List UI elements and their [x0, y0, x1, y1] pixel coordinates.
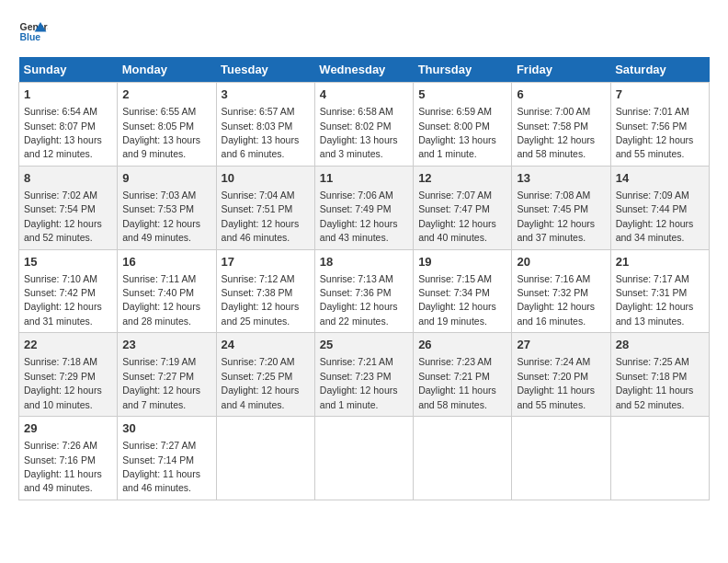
day-number: 18	[320, 254, 408, 270]
day-number: 11	[320, 170, 408, 187]
cell-content: Sunrise: 7:02 AMSunset: 7:54 PMDaylight:…	[24, 190, 102, 243]
calendar-week-row: 22Sunrise: 7:18 AMSunset: 7:29 PMDayligh…	[19, 333, 710, 417]
calendar-cell: 18Sunrise: 7:13 AMSunset: 7:36 PMDayligh…	[314, 249, 413, 333]
cell-content: Sunrise: 6:57 AMSunset: 8:03 PMDaylight:…	[222, 106, 300, 159]
calendar-cell: 21Sunrise: 7:17 AMSunset: 7:31 PMDayligh…	[610, 249, 709, 333]
day-number: 27	[517, 337, 605, 353]
calendar-cell: 9Sunrise: 7:03 AMSunset: 7:53 PMDaylight…	[118, 166, 216, 249]
cell-content: Sunrise: 7:20 AMSunset: 7:25 PMDaylight:…	[222, 356, 300, 409]
day-header-monday: Monday	[118, 57, 216, 83]
calendar-cell: 8Sunrise: 7:02 AMSunset: 7:54 PMDaylight…	[19, 166, 118, 249]
cell-content: Sunrise: 7:12 AMSunset: 7:38 PMDaylight:…	[222, 273, 300, 327]
day-number: 10	[222, 170, 310, 187]
day-header-sunday: Sunday	[19, 57, 118, 83]
calendar-cell: 27Sunrise: 7:24 AMSunset: 7:20 PMDayligh…	[512, 333, 610, 417]
calendar-cell	[610, 417, 709, 500]
calendar-cell: 12Sunrise: 7:07 AMSunset: 7:47 PMDayligh…	[414, 166, 512, 249]
calendar-cell: 24Sunrise: 7:20 AMSunset: 7:25 PMDayligh…	[216, 333, 314, 417]
cell-content: Sunrise: 6:54 AMSunset: 8:07 PMDaylight:…	[24, 106, 102, 159]
day-number: 21	[616, 254, 704, 270]
calendar-cell: 19Sunrise: 7:15 AMSunset: 7:34 PMDayligh…	[414, 249, 512, 333]
day-number: 19	[418, 254, 506, 270]
calendar-cell: 11Sunrise: 7:06 AMSunset: 7:49 PMDayligh…	[314, 166, 413, 249]
cell-content: Sunrise: 7:23 AMSunset: 7:21 PMDaylight:…	[418, 356, 496, 409]
day-header-tuesday: Tuesday	[216, 57, 314, 83]
calendar-week-row: 29Sunrise: 7:26 AMSunset: 7:16 PMDayligh…	[19, 417, 710, 500]
calendar-body: 1Sunrise: 6:54 AMSunset: 8:07 PMDaylight…	[19, 83, 710, 500]
day-number: 30	[122, 420, 210, 437]
cell-content: Sunrise: 7:09 AMSunset: 7:44 PMDaylight:…	[616, 190, 694, 243]
cell-content: Sunrise: 7:06 AMSunset: 7:49 PMDaylight:…	[320, 190, 398, 243]
day-number: 22	[24, 337, 112, 353]
day-number: 7	[616, 86, 704, 103]
calendar-cell: 6Sunrise: 7:00 AMSunset: 7:58 PMDaylight…	[512, 83, 610, 167]
cell-content: Sunrise: 6:59 AMSunset: 8:00 PMDaylight:…	[418, 106, 496, 159]
calendar-cell: 26Sunrise: 7:23 AMSunset: 7:21 PMDayligh…	[414, 333, 512, 417]
calendar-cell: 3Sunrise: 6:57 AMSunset: 8:03 PMDaylight…	[216, 83, 314, 167]
calendar-cell: 10Sunrise: 7:04 AMSunset: 7:51 PMDayligh…	[216, 166, 314, 249]
calendar-cell: 23Sunrise: 7:19 AMSunset: 7:27 PMDayligh…	[118, 333, 216, 417]
day-number: 16	[122, 254, 210, 270]
calendar-cell: 5Sunrise: 6:59 AMSunset: 8:00 PMDaylight…	[414, 83, 512, 167]
day-header-friday: Friday	[512, 57, 610, 83]
calendar-cell	[512, 417, 610, 500]
day-header-wednesday: Wednesday	[314, 57, 413, 83]
calendar-cell: 25Sunrise: 7:21 AMSunset: 7:23 PMDayligh…	[314, 333, 413, 417]
calendar-cell	[216, 417, 314, 500]
day-number: 29	[24, 420, 112, 437]
calendar-week-row: 8Sunrise: 7:02 AMSunset: 7:54 PMDaylight…	[19, 166, 710, 249]
calendar-cell: 4Sunrise: 6:58 AMSunset: 8:02 PMDaylight…	[314, 83, 413, 167]
day-number: 17	[222, 254, 310, 270]
day-number: 12	[418, 170, 506, 187]
calendar-cell	[414, 417, 512, 500]
calendar-cell	[314, 417, 413, 500]
cell-content: Sunrise: 7:18 AMSunset: 7:29 PMDaylight:…	[24, 356, 102, 409]
calendar-cell: 28Sunrise: 7:25 AMSunset: 7:18 PMDayligh…	[610, 333, 709, 417]
day-number: 9	[122, 170, 210, 187]
calendar-week-row: 15Sunrise: 7:10 AMSunset: 7:42 PMDayligh…	[19, 249, 710, 333]
calendar-cell: 16Sunrise: 7:11 AMSunset: 7:40 PMDayligh…	[118, 249, 216, 333]
cell-content: Sunrise: 7:21 AMSunset: 7:23 PMDaylight:…	[320, 356, 398, 409]
cell-content: Sunrise: 7:13 AMSunset: 7:36 PMDaylight:…	[320, 273, 398, 327]
calendar-cell: 14Sunrise: 7:09 AMSunset: 7:44 PMDayligh…	[610, 166, 709, 249]
calendar-cell: 22Sunrise: 7:18 AMSunset: 7:29 PMDayligh…	[19, 333, 118, 417]
cell-content: Sunrise: 7:19 AMSunset: 7:27 PMDaylight:…	[122, 356, 200, 409]
calendar-cell: 29Sunrise: 7:26 AMSunset: 7:16 PMDayligh…	[19, 417, 118, 500]
day-number: 26	[418, 337, 506, 353]
cell-content: Sunrise: 7:07 AMSunset: 7:47 PMDaylight:…	[418, 190, 496, 243]
calendar-cell: 2Sunrise: 6:55 AMSunset: 8:05 PMDaylight…	[118, 83, 216, 167]
cell-content: Sunrise: 7:16 AMSunset: 7:32 PMDaylight:…	[517, 273, 595, 327]
day-number: 6	[517, 86, 605, 103]
cell-content: Sunrise: 7:08 AMSunset: 7:45 PMDaylight:…	[517, 190, 595, 243]
day-number: 14	[616, 170, 704, 187]
cell-content: Sunrise: 7:04 AMSunset: 7:51 PMDaylight:…	[222, 190, 300, 243]
calendar-cell: 17Sunrise: 7:12 AMSunset: 7:38 PMDayligh…	[216, 249, 314, 333]
cell-content: Sunrise: 7:00 AMSunset: 7:58 PMDaylight:…	[517, 106, 595, 159]
calendar-cell: 7Sunrise: 7:01 AMSunset: 7:56 PMDaylight…	[610, 83, 709, 167]
calendar-header-row: SundayMondayTuesdayWednesdayThursdayFrid…	[19, 57, 710, 83]
cell-content: Sunrise: 7:15 AMSunset: 7:34 PMDaylight:…	[418, 273, 496, 327]
day-number: 24	[222, 337, 310, 353]
day-number: 1	[24, 86, 112, 103]
calendar-cell: 15Sunrise: 7:10 AMSunset: 7:42 PMDayligh…	[19, 249, 118, 333]
day-number: 5	[418, 86, 506, 103]
day-number: 13	[517, 170, 605, 187]
day-number: 15	[24, 254, 112, 270]
cell-content: Sunrise: 7:26 AMSunset: 7:16 PMDaylight:…	[24, 440, 102, 493]
cell-content: Sunrise: 7:25 AMSunset: 7:18 PMDaylight:…	[616, 356, 694, 409]
cell-content: Sunrise: 7:03 AMSunset: 7:53 PMDaylight:…	[122, 190, 200, 243]
logo: General Blue	[18, 18, 48, 48]
cell-content: Sunrise: 7:10 AMSunset: 7:42 PMDaylight:…	[24, 273, 102, 327]
cell-content: Sunrise: 7:24 AMSunset: 7:20 PMDaylight:…	[517, 356, 595, 409]
cell-content: Sunrise: 7:01 AMSunset: 7:56 PMDaylight:…	[616, 106, 694, 159]
logo-icon: General Blue	[18, 18, 48, 48]
day-number: 28	[616, 337, 704, 353]
cell-content: Sunrise: 7:11 AMSunset: 7:40 PMDaylight:…	[122, 273, 200, 327]
day-header-saturday: Saturday	[610, 57, 709, 83]
day-number: 8	[24, 170, 112, 187]
calendar-week-row: 1Sunrise: 6:54 AMSunset: 8:07 PMDaylight…	[19, 83, 710, 167]
day-number: 3	[222, 86, 310, 103]
day-number: 20	[517, 254, 605, 270]
page-header: General Blue	[18, 18, 710, 48]
calendar-cell: 13Sunrise: 7:08 AMSunset: 7:45 PMDayligh…	[512, 166, 610, 249]
